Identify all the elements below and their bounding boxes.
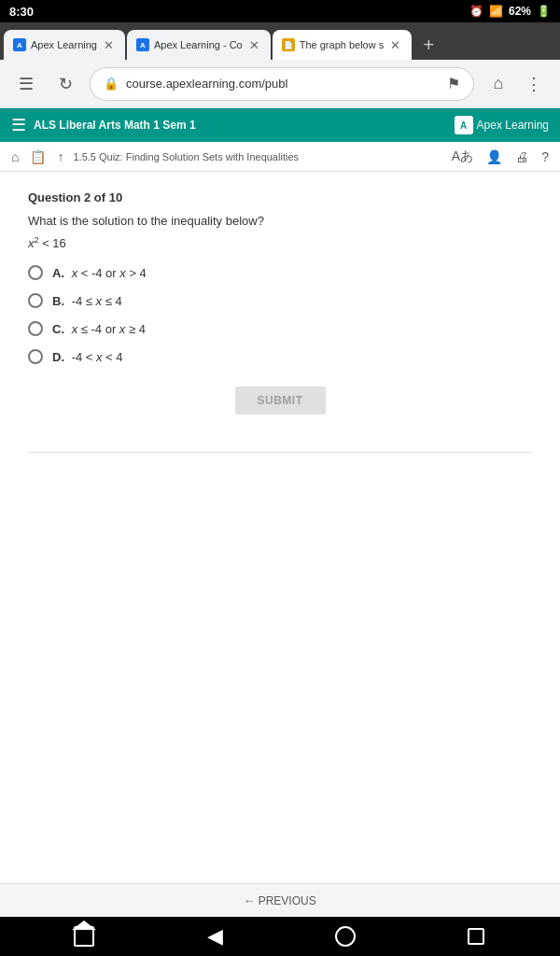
menu-button[interactable]: ☰ [11, 69, 41, 99]
empty-space [0, 453, 560, 864]
option-c-label: C. x ≤ -4 or x ≥ 4 [52, 322, 146, 336]
sys-home-icon [74, 926, 94, 947]
option-a[interactable]: A. x < -4 or x > 4 [28, 265, 532, 280]
nav-menu-icon[interactable]: ☰ [11, 115, 26, 135]
previous-bar: ← PREVIOUS [0, 883, 560, 917]
option-c[interactable]: C. x ≤ -4 or x ≥ 4 [28, 321, 532, 336]
breadcrumb-book-button[interactable]: 📋 [28, 148, 48, 166]
tab-favicon-1: A [13, 38, 26, 51]
sys-recent-button[interactable] [329, 920, 362, 953]
bottom-nav: ← PREVIOUS ◀ [0, 883, 560, 956]
tab-close-2[interactable]: ✕ [247, 37, 261, 53]
translate-button[interactable]: Aあ [450, 147, 475, 167]
option-c-letter: C. [52, 322, 64, 336]
status-bar: 8:30 ⏰ 📶 62% 🔋 [0, 0, 560, 22]
radio-c[interactable] [28, 321, 43, 336]
sys-back-button[interactable]: ◀ [198, 920, 231, 953]
submit-button[interactable]: SUBMIT [235, 387, 326, 415]
option-b[interactable]: B. -4 ≤ x ≤ 4 [28, 293, 532, 308]
tab-label-1: Apex Learning [31, 39, 97, 50]
option-d-letter: D. [52, 350, 64, 364]
nav-bar: ☰ ALS Liberal Arts Math 1 Sem 1 A Apex L… [0, 108, 560, 142]
radio-a[interactable] [28, 265, 43, 280]
breadcrumb-bar-right: Aあ 👤 🖨 ? [450, 147, 551, 167]
question-header: Question 2 of 10 [28, 190, 532, 204]
battery-icon: 🔋 [537, 5, 551, 18]
tab-close-3[interactable]: ✕ [388, 37, 402, 53]
question-text: What is the solution to the inequality b… [28, 214, 532, 228]
nav-course-label: ALS Liberal Arts Math 1 Sem 1 [34, 119, 196, 132]
sys-home-button[interactable] [67, 920, 101, 953]
help-button[interactable]: ? [539, 147, 551, 167]
previous-link[interactable]: ← PREVIOUS [244, 894, 315, 907]
home-button[interactable]: ⌂ [483, 69, 513, 99]
time: 8:30 [9, 5, 34, 19]
math-expression: x2 < 16 [28, 235, 532, 250]
bookmark-icon[interactable]: ⚑ [447, 75, 460, 92]
radio-b[interactable] [28, 293, 43, 308]
option-d[interactable]: D. -4 < x < 4 [28, 349, 532, 364]
battery-level: 62% [509, 5, 531, 18]
tab-label-3: The graph below s [300, 39, 385, 50]
breadcrumb-up-button[interactable]: ↑ [55, 148, 65, 166]
option-a-label: A. x < -4 or x > 4 [52, 266, 147, 280]
apex-logo-icon: A [455, 116, 473, 134]
new-tab-button[interactable]: + [413, 30, 443, 60]
alarm-icon: ⏰ [469, 5, 483, 18]
address-bar: ☰ ↻ 🔒 course.apexlearning.com/publ ⚑ ⌂ ⋮ [0, 60, 560, 108]
lock-icon: 🔒 [104, 77, 119, 91]
tab-favicon-2: A [136, 38, 149, 51]
system-nav: ◀ [0, 917, 560, 956]
sys-square-icon [468, 928, 484, 945]
breadcrumb-text: 1.5.5 Quiz: Finding Solution Sets with I… [73, 151, 299, 162]
nav-bar-left: ☰ ALS Liberal Arts Math 1 Sem 1 [11, 115, 196, 135]
addr-right-icons: ⌂ ⋮ [483, 69, 549, 99]
option-a-letter: A. [52, 266, 64, 280]
option-d-text: -4 < x < 4 [72, 350, 123, 364]
nav-brand-label: Apex Learning [477, 119, 549, 132]
print-button[interactable]: 🖨 [513, 147, 530, 167]
content-area: Question 2 of 10 What is the solution to… [0, 172, 560, 452]
tabs-bar: A Apex Learning ✕ A Apex Learning - Co ✕… [0, 22, 560, 60]
submit-area: SUBMIT [28, 387, 532, 415]
tab-label-2: Apex Learning - Co [154, 39, 243, 50]
breadcrumb-bar: ⌂ 📋 ↑ 1.5.5 Quiz: Finding Solution Sets … [0, 142, 560, 172]
sys-square-button[interactable] [459, 920, 493, 953]
radio-d[interactable] [28, 349, 43, 364]
sys-back-icon: ◀ [207, 924, 223, 949]
url-box[interactable]: 🔒 course.apexlearning.com/publ ⚑ [90, 67, 474, 101]
tab-close-1[interactable]: ✕ [102, 37, 116, 53]
option-d-label: D. -4 < x < 4 [52, 350, 123, 364]
refresh-button[interactable]: ↻ [50, 69, 80, 99]
math-x: x2 < 16 [28, 236, 66, 250]
status-bar-right: ⏰ 📶 62% 🔋 [469, 5, 551, 18]
breadcrumb-home-button[interactable]: ⌂ [9, 148, 21, 166]
option-b-label: B. -4 ≤ x ≤ 4 [52, 294, 122, 308]
wifi-icon: 📶 [489, 5, 503, 18]
more-button[interactable]: ⋮ [519, 69, 549, 99]
url-text: course.apexlearning.com/publ [126, 77, 440, 91]
option-a-text: x < -4 or x > 4 [72, 266, 147, 280]
option-b-text: -4 ≤ x ≤ 4 [72, 294, 122, 308]
nav-bar-right: A Apex Learning [455, 116, 549, 134]
tab-apex-learning-1[interactable]: A Apex Learning ✕ [4, 30, 125, 60]
options-list: A. x < -4 or x > 4 B. -4 ≤ x ≤ 4 C. x ≤ … [28, 265, 532, 364]
tab-graph-below[interactable]: 📄 The graph below s ✕ [273, 30, 413, 60]
option-c-text: x ≤ -4 or x ≥ 4 [72, 322, 146, 336]
tab-apex-learning-2[interactable]: A Apex Learning - Co ✕ [127, 30, 271, 60]
tab-favicon-3: 📄 [282, 38, 295, 51]
sys-circle-icon [335, 926, 356, 947]
account-button[interactable]: 👤 [484, 147, 504, 167]
option-b-letter: B. [52, 294, 64, 308]
apex-logo: A Apex Learning [455, 116, 549, 134]
